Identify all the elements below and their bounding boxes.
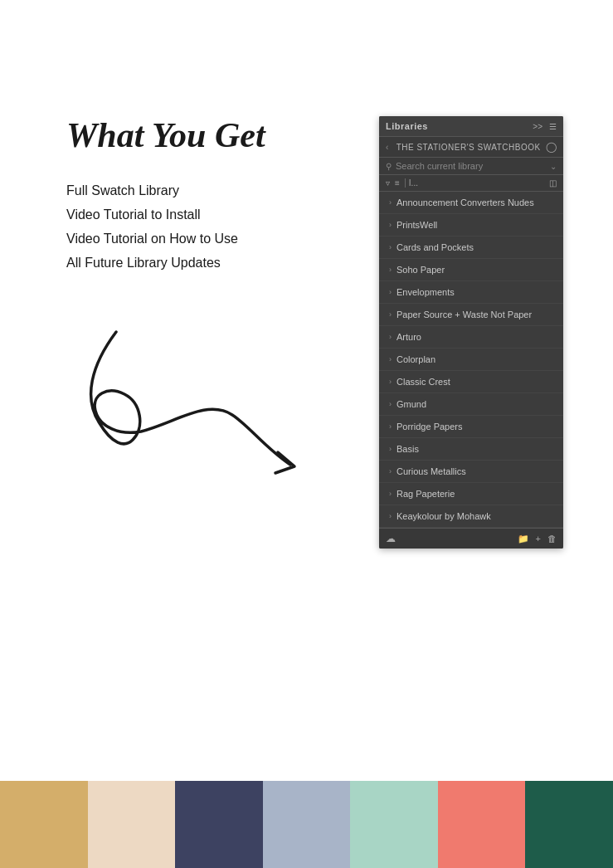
filter-bar: ▿ ≡ I... ◫ (379, 175, 563, 192)
panel-header: Libraries >> ☰ (379, 116, 563, 137)
add-icon[interactable]: + (536, 534, 541, 544)
feature-item: Video Tutorial on How to Use (66, 227, 354, 251)
filter-right: ◫ (549, 178, 557, 188)
swatch-dark-green (525, 781, 613, 868)
panel-list-item[interactable]: ›Soho Paper (379, 259, 563, 281)
chevron-right-icon: › (389, 288, 392, 296)
panel-item-label: Keaykolour by Mohawk (397, 511, 491, 521)
panel-list-item[interactable]: ›PrintsWell (379, 214, 563, 237)
panel-item-label: Soho Paper (397, 265, 445, 275)
feature-item: Full Swatch Library (66, 179, 354, 203)
chevron-right-icon: › (389, 198, 392, 207)
panel-item-label: Curious Metallics (397, 466, 466, 476)
library-name: THE STATIONER'S SWATCHBOOK (397, 143, 541, 152)
chevron-right-icon: › (389, 422, 392, 431)
chevron-right-icon: › (389, 467, 392, 475)
swatch-mint (350, 781, 438, 868)
swatch-cream (88, 781, 176, 868)
feature-list: Full Swatch LibraryVideo Tutorial to Ins… (66, 179, 354, 275)
search-chevron-icon: ⌄ (550, 162, 557, 171)
chevron-right-icon: › (389, 378, 392, 386)
panel-list-item[interactable]: ›Paper Source + Waste Not Paper (379, 304, 563, 326)
chevron-right-icon: › (389, 445, 392, 453)
swatch-light-blue (263, 781, 351, 868)
panel-list-item[interactable]: ›Envelopments (379, 281, 563, 304)
panel-header-icons: >> ☰ (533, 122, 557, 131)
panel-list-item[interactable]: ›Porridge Papers (379, 416, 563, 438)
sort-label: I... (405, 178, 418, 188)
sort-icon[interactable]: ≡ (395, 178, 400, 188)
feature-item: Video Tutorial to Install (66, 203, 354, 227)
panel-item-label: Porridge Papers (397, 422, 463, 432)
panel-item-label: Gmund (397, 399, 426, 409)
panel-item-label: Arturo (397, 332, 421, 342)
filter-left: ▿ ≡ I... (386, 178, 418, 188)
panel-item-label: Envelopments (397, 287, 455, 297)
panel-list-item[interactable]: ›Curious Metallics (379, 461, 563, 483)
panel-list-item[interactable]: ›Gmund (379, 393, 563, 416)
panel-title: Libraries (386, 121, 428, 131)
filter-icon[interactable]: ▿ (386, 178, 390, 188)
search-bar[interactable]: ⚲ Search current library ⌄ (379, 158, 563, 175)
chevron-right-icon: › (389, 243, 392, 251)
chevron-right-icon: › (389, 221, 392, 229)
panel-list-item[interactable]: ›Basis (379, 438, 563, 461)
user-avatar-icon: ◯ (546, 141, 557, 153)
chevron-right-icon: › (389, 333, 392, 341)
panel-item-label: PrintsWell (397, 220, 437, 230)
feature-item: All Future Library Updates (66, 251, 354, 276)
left-section: What You Get Full Swatch LibraryVideo Tu… (66, 116, 354, 275)
grid-icon[interactable]: ◫ (549, 178, 557, 188)
back-chevron-icon: ‹ (386, 143, 388, 152)
expand-icon[interactable]: >> (533, 122, 542, 131)
swatch-coral (438, 781, 526, 868)
chevron-right-icon: › (389, 266, 392, 274)
panel-list-item[interactable]: ›Colorplan (379, 349, 563, 371)
footer-right-icons: 📁 + 🗑 (518, 534, 557, 544)
panel-item-label: Cards and Pockets (397, 242, 474, 252)
panel-list-item[interactable]: ›Keaykolour by Mohawk (379, 505, 563, 528)
panel-list-item[interactable]: ›Announcement Converters Nudes (379, 192, 563, 214)
swatch-gold (0, 781, 88, 868)
delete-icon[interactable]: 🗑 (547, 534, 557, 544)
chevron-right-icon: › (389, 310, 392, 319)
search-placeholder[interactable]: Search current library (396, 161, 546, 171)
panel-item-label: Rag Papeterie (397, 489, 455, 499)
chevron-right-icon: › (389, 490, 392, 498)
menu-icon[interactable]: ☰ (549, 122, 557, 131)
library-name-bar[interactable]: ‹ THE STATIONER'S SWATCHBOOK ◯ (379, 137, 563, 158)
panel-item-label: Paper Source + Waste Not Paper (397, 310, 532, 319)
panel-item-label: Classic Crest (397, 377, 450, 387)
swatch-navy (175, 781, 263, 868)
chevron-right-icon: › (389, 400, 392, 408)
panel-list-item[interactable]: ›Rag Papeterie (379, 483, 563, 505)
panel-list-item[interactable]: ›Classic Crest (379, 371, 563, 393)
page-heading: What You Get (66, 116, 354, 154)
panel-list-item[interactable]: ›Cards and Pockets (379, 237, 563, 259)
libraries-panel: Libraries >> ☰ ‹ THE STATIONER'S SWATCHB… (379, 116, 563, 549)
panel-item-label: Announcement Converters Nudes (397, 197, 534, 207)
chevron-right-icon: › (389, 512, 392, 520)
color-swatches (0, 781, 613, 868)
cloud-icon[interactable]: ☁ (386, 533, 396, 544)
arrow-illustration (66, 315, 315, 531)
search-icon: ⚲ (386, 162, 392, 171)
chevron-right-icon: › (389, 355, 392, 363)
folder-icon[interactable]: 📁 (518, 534, 529, 544)
panel-list: ›Announcement Converters Nudes›PrintsWel… (379, 192, 563, 528)
arrow-container (66, 315, 315, 531)
panel-item-label: Basis (397, 444, 419, 454)
panel-item-label: Colorplan (397, 354, 435, 364)
panel-list-item[interactable]: ›Arturo (379, 326, 563, 349)
panel-footer: ☁ 📁 + 🗑 (379, 528, 563, 549)
